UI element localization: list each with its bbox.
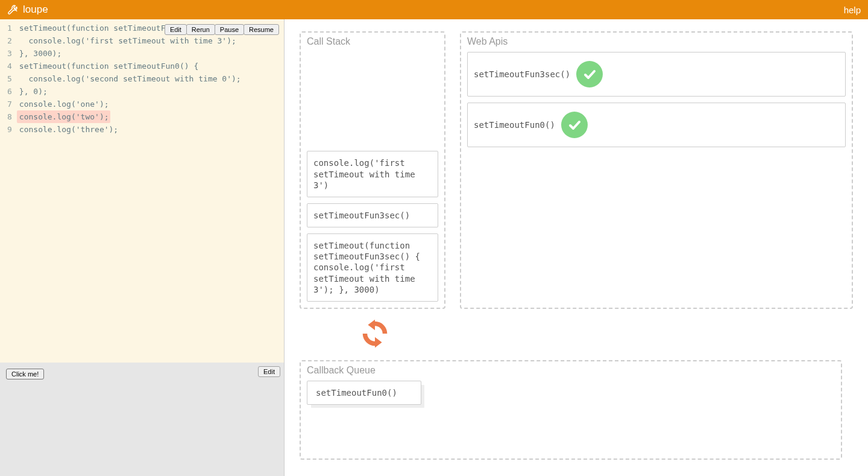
code-editor[interactable]: 123456789 setTimeout(function setTimeout…: [0, 19, 284, 138]
web-apis-panel: Web Apis setTimeoutFun3sec() setTimeoutF…: [460, 31, 853, 309]
app-title: loupe: [23, 4, 48, 16]
left-column: Edit Rerun Pause Resume 123456789 setTim…: [0, 19, 285, 476]
html-render-pane: Edit Click me!: [0, 363, 284, 476]
callback-queue-panel: Callback Queue setTimeoutFun0(): [300, 360, 842, 460]
code-line: console.log('first setTimeout with time …: [17, 34, 284, 47]
event-loop-icon: [354, 316, 396, 353]
stack-frame: setTimeout(function setTimeoutFun3sec() …: [307, 233, 438, 302]
callback-queue-title: Callback Queue: [307, 365, 376, 376]
line-number: 8: [7, 110, 12, 123]
code-line: }, 0);: [17, 85, 284, 98]
check-icon: [576, 61, 603, 87]
web-api-label: setTimeoutFun3sec(): [474, 69, 570, 80]
code-line: }, 3000);: [17, 47, 284, 60]
line-number: 4: [7, 60, 12, 72]
resume-button[interactable]: Resume: [244, 24, 279, 35]
web-apis-title: Web Apis: [467, 36, 508, 47]
editor-controls: Edit Rerun Pause Resume: [165, 24, 279, 35]
app-header: loupe help: [0, 0, 868, 19]
code-line: console.log('three');: [17, 123, 284, 136]
code-line: console.log('one');: [17, 98, 284, 110]
click-me-button[interactable]: Click me!: [6, 369, 44, 379]
code-line: setTimeout(function setTimeoutFun0() {: [17, 60, 284, 72]
line-number: 3: [7, 47, 12, 60]
call-stack-panel: Call Stack console.log('first setTimeout…: [300, 31, 445, 309]
code-lines: setTimeout(function setTimeoutFun3sec() …: [17, 19, 284, 138]
line-number: 7: [7, 98, 12, 110]
visualization-column: Call Stack console.log('first setTimeout…: [285, 19, 868, 476]
web-api-item: setTimeoutFun3sec(): [467, 52, 846, 97]
code-editor-panel: Edit Rerun Pause Resume 123456789 setTim…: [0, 19, 284, 363]
main-layout: Edit Rerun Pause Resume 123456789 setTim…: [0, 19, 868, 476]
line-number: 1: [7, 22, 12, 34]
rerun-button[interactable]: Rerun: [186, 24, 215, 35]
header-left: loupe: [7, 4, 48, 16]
line-number: 5: [7, 72, 12, 85]
render-edit-button[interactable]: Edit: [258, 366, 280, 377]
check-icon: [561, 112, 588, 138]
edit-button[interactable]: Edit: [165, 24, 187, 35]
line-number: 2: [7, 34, 12, 47]
help-link[interactable]: help: [844, 5, 861, 15]
line-gutter: 123456789: [0, 19, 17, 138]
line-number: 9: [7, 123, 12, 136]
web-api-item: setTimeoutFun0(): [467, 103, 846, 147]
line-number: 6: [7, 85, 12, 98]
callback-item: setTimeoutFun0(): [307, 381, 421, 405]
call-stack-title: Call Stack: [307, 36, 350, 47]
code-line: console.log('two');: [17, 110, 110, 123]
tools-icon: [7, 4, 18, 15]
stack-frame: console.log('first setTimeout with time …: [307, 151, 438, 197]
event-loop-row: [300, 309, 853, 360]
stack-frame: setTimeoutFun3sec(): [307, 203, 438, 227]
web-api-label: setTimeoutFun0(): [474, 119, 555, 130]
code-line: console.log('second setTimeout with time…: [17, 72, 284, 85]
top-row: Call Stack console.log('first setTimeout…: [300, 31, 853, 309]
pause-button[interactable]: Pause: [215, 24, 244, 35]
